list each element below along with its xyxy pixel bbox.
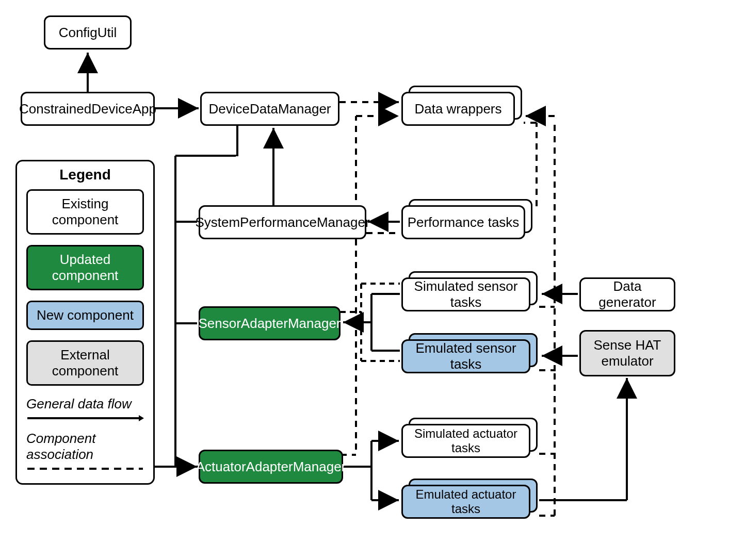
performance-tasks-label: Performance tasks xyxy=(408,215,520,230)
sensor-adapter-manager-label: SensorAdapterManager xyxy=(198,316,341,332)
emulated-sensor-tasks-label: Emulated sensor tasks xyxy=(407,340,525,372)
legend-container: Legend Existing component Updated compon… xyxy=(15,160,155,485)
legend-new-box: New component xyxy=(26,301,144,330)
legend-general-flow-label: General data flow xyxy=(26,396,144,412)
legend-new-label: New component xyxy=(37,307,134,323)
legend-existing-label: Existing component xyxy=(52,196,119,227)
simulated-actuator-tasks-label: Simulated actuator tasks xyxy=(407,426,525,455)
legend-external-label: External component xyxy=(52,347,119,378)
legend-solid-arrow-icon xyxy=(26,413,145,423)
device-data-manager-box: DeviceDataManager xyxy=(200,92,339,126)
data-wrappers-label: Data wrappers xyxy=(414,101,501,117)
sense-hat-emulator-label: Sense HAT emulator xyxy=(585,337,670,369)
system-performance-manager-label: SystemPerformanceManager xyxy=(195,215,369,230)
legend-existing-box: Existing component xyxy=(26,189,144,235)
emulated-actuator-tasks-label: Emulated actuator tasks xyxy=(407,487,525,516)
simulated-actuator-tasks-box: Simulated actuator tasks xyxy=(401,424,530,458)
data-wrappers-box: Data wrappers xyxy=(401,92,515,126)
data-generator-label: Data generator xyxy=(585,278,670,310)
actuator-adapter-manager-box: ActuatorAdapterManager xyxy=(199,450,343,484)
config-util-box: ConfigUtil xyxy=(44,15,132,50)
data-generator-box: Data generator xyxy=(579,277,675,311)
simulated-sensor-tasks-box: Simulated sensor tasks xyxy=(401,277,530,311)
constrained-device-app-label: ConstrainedDeviceApp xyxy=(19,101,156,117)
device-data-manager-label: DeviceDataManager xyxy=(208,101,331,117)
legend-updated-label: Updated component xyxy=(52,252,119,283)
emulated-sensor-tasks-box: Emulated sensor tasks xyxy=(401,339,530,373)
config-util-label: ConfigUtil xyxy=(59,25,117,41)
sense-hat-emulator-box: Sense HAT emulator xyxy=(579,330,675,376)
legend-updated-box: Updated component xyxy=(26,245,144,290)
legend-component-assoc-label: Component association xyxy=(26,431,144,463)
legend-external-box: External component xyxy=(26,340,144,386)
actuator-adapter-manager-label: ActuatorAdapterManager xyxy=(196,459,346,475)
sensor-adapter-manager-box: SensorAdapterManager xyxy=(199,306,341,340)
legend-dashed-line-icon xyxy=(26,464,145,474)
constrained-device-app-box: ConstrainedDeviceApp xyxy=(21,92,155,126)
emulated-actuator-tasks-box: Emulated actuator tasks xyxy=(401,485,530,519)
performance-tasks-box: Performance tasks xyxy=(401,205,525,239)
simulated-sensor-tasks-label: Simulated sensor tasks xyxy=(407,278,525,310)
system-performance-manager-box: SystemPerformanceManager xyxy=(199,205,366,239)
legend-title: Legend xyxy=(26,167,144,183)
